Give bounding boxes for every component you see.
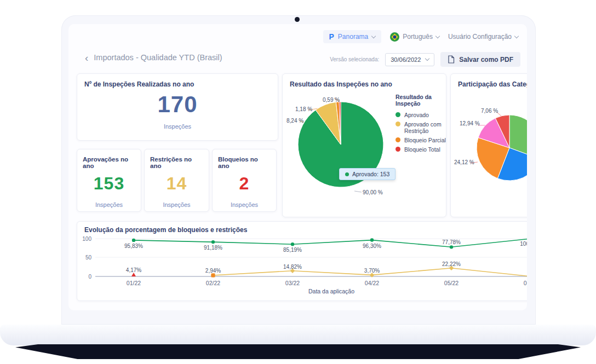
- x-axis-tick: 05/22: [444, 280, 459, 286]
- top-menu: P Panorama Português Usuário Configuraçã…: [323, 30, 518, 43]
- breadcrumb: ‹ Importados - Qualidade YTD (Brasil): [85, 53, 222, 62]
- legend-dot-icon: [396, 137, 400, 142]
- panorama-logo-icon: P: [329, 33, 334, 40]
- kpi-value: 153: [77, 174, 141, 194]
- language-label: Português: [403, 33, 433, 41]
- chevron-down-icon: [435, 33, 440, 38]
- kpi-card-bloqueios: Bloqueios no ano 2 Inspeções: [212, 149, 277, 212]
- legend-label: Aprovado com Restrição: [404, 121, 446, 134]
- legend-item-aprovado-com-restricao[interactable]: Aprovado com Restrição: [396, 121, 446, 134]
- data-label: 3,70%: [364, 268, 380, 274]
- pie-slice-label: 12,94 %: [460, 120, 480, 126]
- laptop-bezel: P Panorama Português Usuário Configuraçã…: [61, 15, 536, 325]
- laptop-base-shadow: [15, 344, 581, 359]
- y-axis-tick: 100: [78, 236, 91, 242]
- legend-label: Aprovado: [404, 112, 429, 118]
- chevron-down-icon: [425, 56, 429, 61]
- data-label: 96,30%: [363, 243, 381, 249]
- y-axis-tick: 0: [78, 274, 91, 280]
- version-value: 30/06/2022: [391, 56, 421, 63]
- kpi-card-restricoes: Restrições no ano 14 Inspeções: [144, 149, 209, 212]
- pie-slice-label: 8,24 %: [286, 118, 303, 124]
- kpi-card-aprovacoes: Aprovações no ano 153 Inspeções: [77, 149, 141, 212]
- x-axis-tick: 01/22: [127, 280, 141, 286]
- data-label: 14,82%: [283, 264, 302, 270]
- pdf-file-icon: [448, 55, 455, 63]
- dashboard-screen: P Panorama Português Usuário Configuraçã…: [68, 24, 527, 310]
- x-axis-tick: 03/22: [285, 280, 300, 286]
- legend-dot-icon: [396, 122, 400, 126]
- legend-item-bloqueio-total[interactable]: Bloqueio Total: [396, 146, 446, 153]
- chevron-down-icon: [371, 33, 376, 38]
- pie-slice-label: 0,59 %: [323, 97, 340, 103]
- tooltip-text: Aprovado: 153: [352, 171, 389, 177]
- kpi-value: 14: [145, 174, 209, 194]
- back-chevron-icon[interactable]: ‹: [85, 54, 88, 61]
- legend-label: Bloqueio Total: [404, 146, 440, 153]
- legend-item-aprovado[interactable]: Aprovado: [396, 112, 446, 118]
- panorama-menu[interactable]: P Panorama: [323, 30, 382, 43]
- data-label: 91,18%: [204, 245, 222, 251]
- legend-dot-icon: [396, 147, 400, 152]
- data-label: 4,17%: [126, 267, 141, 273]
- x-axis-label: Data da aplicação: [308, 288, 354, 294]
- laptop-mockup: P Panorama Português Usuário Configuraçã…: [0, 0, 596, 364]
- chart-tooltip: Aprovado: 153: [339, 168, 396, 180]
- x-axis-tick: 04/22: [365, 280, 379, 286]
- tooltip-dot-icon: [345, 172, 349, 176]
- legend-label: Bloqueio Parcial: [404, 137, 446, 143]
- x-axis-tick: 02/22: [206, 280, 220, 286]
- data-label: 100,00%: [520, 241, 527, 247]
- save-pdf-label: Salvar como PDF: [459, 56, 513, 63]
- pie-slice-label: 1,18 %: [295, 106, 312, 112]
- kpi-unit: Inspeções: [145, 201, 209, 208]
- legend-title: Resultado da Inspeção: [396, 94, 446, 107]
- version-select[interactable]: 30/06/2022: [385, 53, 434, 66]
- language-menu[interactable]: Português: [390, 32, 439, 42]
- data-label: 95,83%: [124, 243, 143, 249]
- kpi-unit: Inspeções: [77, 201, 141, 208]
- categorias-pie-chart[interactable]: [451, 74, 527, 218]
- toolbar-right: Versão selecionada: 30/06/2022 Salvar co…: [330, 52, 520, 67]
- data-label: 77,78%: [442, 239, 461, 245]
- kpi-title: Aprovações no ano: [77, 149, 141, 169]
- kpi-title: Restrições no ano: [145, 149, 209, 169]
- version-label: Versão selecionada:: [330, 56, 379, 62]
- pie-slice-label: 24,12 %: [454, 159, 474, 165]
- kpi-title: Bloqueios no ano: [213, 149, 276, 169]
- pie-slice-label: 90,00 %: [363, 189, 383, 195]
- save-pdf-button[interactable]: Salvar como PDF: [440, 52, 520, 67]
- laptop-base: [0, 325, 596, 345]
- chart-legend: Resultado da Inspeção Aprovado Aprovado …: [396, 94, 446, 155]
- data-label: 85,19%: [283, 247, 302, 253]
- kpi-unit: Inspeções: [77, 123, 278, 130]
- pie-slice-label: 7,06 %: [481, 108, 498, 114]
- panorama-label: Panorama: [338, 33, 368, 41]
- kpi-card-inspecoes-realizadas: Nº de Inspeções Realizadas no ano 170 In…: [77, 73, 278, 141]
- data-label: 22,22%: [442, 261, 461, 267]
- page-title: Importados - Qualidade YTD (Brasil): [94, 53, 222, 62]
- kpi-value: 2: [213, 174, 276, 194]
- kpi-value: 170: [77, 91, 278, 118]
- kpi-unit: Inspeções: [213, 201, 276, 208]
- brazil-flag-icon: [390, 32, 399, 42]
- user-menu-label: Usuário Configuração: [448, 33, 512, 41]
- x-axis-tick: 06/22: [524, 280, 527, 286]
- legend-item-bloqueio-parcial[interactable]: Bloqueio Parcial: [396, 137, 446, 143]
- user-menu[interactable]: Usuário Configuração: [448, 33, 518, 41]
- data-label: 2,94%: [205, 268, 221, 274]
- kpi-title: Nº de Inspeções Realizadas no ano: [77, 74, 278, 88]
- line-chart-card: Evolução da porcentagem de bloqueios e r…: [77, 221, 527, 301]
- y-axis-tick: 50: [78, 255, 91, 261]
- laptop-camera-icon: [295, 17, 300, 22]
- legend-dot-icon: [396, 112, 400, 117]
- chevron-down-icon: [514, 33, 519, 38]
- pie-card-participacao-categorias: Participação das Categorias 7,06 % 12,94…: [450, 73, 527, 217]
- pie-card-resultado-inspecoes: Resultado das Inspeções no ano 0,59 % 1,…: [282, 73, 446, 217]
